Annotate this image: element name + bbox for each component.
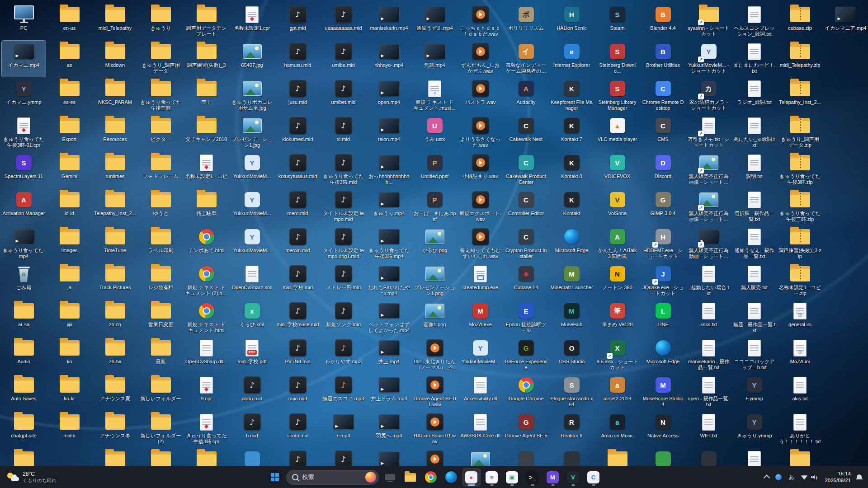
desktop-icon[interactable]: KKontakt: [550, 189, 594, 225]
desktop-icon[interactable]: Telepathy_Inst_2...: [778, 78, 822, 114]
desktop-icon[interactable]: BBrother Utilities: [641, 41, 685, 77]
desktop-icon[interactable]: VVoiSona: [595, 189, 639, 225]
tray-app-icon[interactable]: [773, 469, 784, 485]
desktop-icon[interactable]: ◆名称未設定1.cpr: [230, 4, 274, 40]
desktop-icon[interactable]: Yきゅうり.ymmp: [732, 411, 776, 447]
desktop-icon[interactable]: PUntitled.ppsf: [413, 152, 457, 188]
desktop-icon[interactable]: きゅうり.mp4: [367, 189, 411, 225]
desktop-icon[interactable]: 新規 テキスト ドキュメント.html: [184, 300, 228, 336]
desktop-icon[interactable]: SSteam: [595, 4, 639, 40]
desktop-icon[interactable]: Export: [47, 115, 91, 151]
desktop-icon[interactable]: ♪aorin.mid: [230, 374, 274, 410]
desktop-icon[interactable]: まにまにわーど！.txt: [732, 41, 776, 77]
desktop-icon[interactable]: ⚙general.ini: [778, 300, 822, 336]
desktop-icon[interactable]: H↗HDDFMT.exe - ショートカット: [641, 226, 685, 262]
desktop-icon[interactable]: ▲VLC media player: [595, 115, 639, 151]
desktop-icon[interactable]: 父子キャンプ2018: [184, 115, 228, 151]
desktop-icon[interactable]: YYukkuriMovieM...: [230, 152, 274, 188]
desktop-icon[interactable]: アナウンス夏: [93, 374, 137, 410]
notification-bell-icon[interactable]: [856, 474, 863, 480]
desktop-icon[interactable]: aAmazon Music: [595, 411, 639, 447]
desktop-icon[interactable]: Images: [47, 226, 91, 262]
desktop-icon[interactable]: eInternet Explorer: [550, 41, 594, 77]
desktop-icon[interactable]: Microsoft Edge: [641, 337, 685, 373]
desktop-icon[interactable]: Aかんたん！AITalk 3 関西風: [595, 226, 639, 262]
desktop-icon[interactable]: Mixdown: [93, 41, 137, 77]
desktop-icon[interactable]: きゅうり食ってた午後三時: [139, 78, 183, 114]
desktop-icon[interactable]: ♪umibe.mid: [321, 41, 365, 77]
desktop-icon[interactable]: MMinecraft Launcher: [550, 263, 594, 299]
desktop-icon[interactable]: MMoZA.exe: [458, 300, 502, 336]
desktop-icon[interactable]: 通知うぜえ - 親作品一覧.txt: [732, 226, 776, 262]
desktop-icon[interactable]: カ↗家の防犯カメラ - ショートカット: [687, 78, 731, 114]
desktop-icon[interactable]: ko: [47, 337, 91, 373]
desktop-icon[interactable]: ♪メドレー風.mid: [321, 263, 365, 299]
desktop-icon[interactable]: GGroove Agent SE 5: [504, 411, 548, 447]
desktop-icon[interactable]: きゅうり食ってた.mp4: [2, 226, 46, 262]
desktop-icon[interactable]: _起動しない場合.txt: [687, 263, 731, 299]
desktop-icon[interactable]: teion.mp4: [367, 115, 411, 151]
desktop-icon[interactable]: ⚙MoZA.ini: [778, 337, 822, 373]
desktop-icon[interactable]: ♪rajio.mid: [276, 374, 320, 410]
desktop-icon[interactable]: 画像1.png: [413, 300, 457, 336]
taskbar-device-app[interactable]: [381, 468, 399, 486]
desktop-icon[interactable]: DDiscord: [641, 152, 685, 188]
desktop-icon[interactable]: パストラ.wav: [458, 78, 502, 114]
search-input[interactable]: 検索: [286, 470, 379, 485]
desktop-icon[interactable]: aairset2-2019: [595, 374, 639, 410]
desktop-icon[interactable]: ♪タイトル未設定.tempo.orig1.mid: [321, 226, 365, 262]
desktop-icon[interactable]: HHALion Sonic: [550, 4, 594, 40]
desktop-icon[interactable]: 羽尻へ.mp4: [367, 411, 411, 447]
desktop-icon[interactable]: Telepathy_Inst_2...: [93, 189, 137, 225]
desktop-icon[interactable]: プレゼンテーション1.png: [413, 263, 457, 299]
desktop-icon[interactable]: おっhhhhhhhhhhhh...: [367, 152, 411, 188]
taskbar-media-app-active[interactable]: ●: [462, 468, 481, 486]
desktop-icon[interactable]: 名称未設定1 - コピー.zip: [778, 263, 822, 299]
desktop-icon[interactable]: en-us: [47, 4, 91, 40]
desktop-icon[interactable]: ラベル印刷: [139, 226, 183, 262]
desktop-icon[interactable]: ヘッドフォンはずしてよかった.mp4: [367, 300, 411, 336]
desktop-icon[interactable]: ♪mid_学校.mid: [276, 263, 320, 299]
desktop-icon[interactable]: Microsoft Edge: [550, 226, 594, 262]
desktop-icon[interactable]: 新規エクスポート.wav: [458, 189, 502, 225]
desktop-icon[interactable]: イ孤独なインディーゲーム開発者の一生...: [504, 41, 548, 77]
desktop-icon[interactable]: ♪kiokumed.mid: [276, 115, 320, 151]
taskbar-terminal[interactable]: >_: [524, 468, 542, 486]
desktop-icon[interactable]: 通知うぜえ.mp4: [413, 4, 457, 40]
desktop-icon[interactable]: ♪jusu.mid: [276, 78, 320, 114]
desktop-icon[interactable]: きゅうり食ってた午後3時.mp4: [367, 226, 411, 262]
desktop-icon[interactable]: akis.txt: [778, 374, 822, 410]
desktop-icon[interactable]: 売上: [184, 78, 228, 114]
desktop-icon[interactable]: ポポリリリリズム: [504, 4, 548, 40]
desktop-icon[interactable]: KKontakt 8: [550, 152, 594, 188]
desktop-icon[interactable]: ありがとう！！！！！！.txt: [778, 411, 822, 447]
taskbar-chrome[interactable]: [422, 468, 440, 486]
taskbar-edge[interactable]: [442, 468, 460, 486]
desktop-icon[interactable]: Pおーばーまにあ.ppsf: [413, 189, 457, 225]
desktop-icon[interactable]: OpenCvSharp.xml: [230, 263, 274, 299]
desktop-icon[interactable]: Resources: [93, 115, 137, 151]
desktop-icon[interactable]: SSpectraLayers 11: [2, 152, 46, 188]
desktop-icon[interactable]: createdump.exe: [458, 263, 502, 299]
desktop-icon[interactable]: PDFmid_学校.pdf: [230, 337, 274, 373]
desktop-icon[interactable]: Nノートン 360: [595, 263, 639, 299]
desktop-icon[interactable]: ♪gpt.mid: [276, 4, 320, 40]
desktop-icon[interactable]: Accessibility.dll: [458, 374, 502, 410]
desktop-icon[interactable]: BBlender 4.4: [641, 4, 685, 40]
desktop-icon[interactable]: NNative Access: [641, 411, 685, 447]
desktop-icon[interactable]: 井上ドラム.mp4: [367, 374, 411, 410]
desktop-icon[interactable]: かるび.png: [413, 226, 457, 262]
desktop-icon[interactable]: GGeForce Experience: [504, 337, 548, 373]
desktop-icon[interactable]: 無題 - 親作品一覧.txt: [732, 300, 776, 336]
desktop-icon[interactable]: ♪hamusu.mid: [276, 41, 320, 77]
desktop-icon[interactable]: ♪umibet.mid: [321, 78, 365, 114]
desktop-icon[interactable]: Gemini: [47, 152, 91, 188]
desktop-icon[interactable]: プレゼンテーション1.jpg: [230, 115, 274, 151]
desktop-icon[interactable]: ♪sirofo.mid: [276, 411, 320, 447]
desktop-icon[interactable]: HALion Sonic 01.wav: [413, 411, 457, 447]
desktop-icon[interactable]: CCakewalk Product Center: [504, 152, 548, 188]
desktop-icon[interactable]: runtimes: [93, 152, 137, 188]
desktop-icon[interactable]: CCakewalk Next: [504, 115, 548, 151]
desktop-icon[interactable]: ヘルスコンプレッション_歌詞.txt: [732, 4, 776, 40]
desktop-icon[interactable]: VVOICEVOX: [595, 152, 639, 188]
